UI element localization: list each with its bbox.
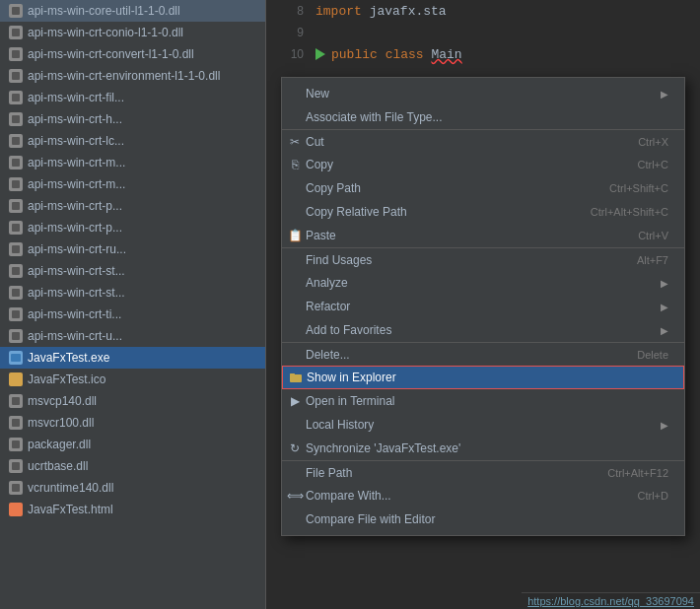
menu-item-open-in-terminal[interactable]: ▶Open in Terminal	[282, 389, 684, 413]
menu-shortcut: Ctrl+V	[638, 230, 668, 241]
file-item[interactable]: api-ms-win-crt-conio-l1-1-0.dll	[0, 22, 265, 43]
file-item[interactable]: api-ms-win-core-util-l1-1-0.dll	[0, 0, 265, 22]
file-item[interactable]: api-ms-win-crt-h...	[0, 108, 265, 130]
menu-item-new[interactable]: New▶	[282, 82, 684, 105]
file-item[interactable]: api-ms-win-crt-u...	[0, 325, 265, 347]
menu-item-compare-file-with-editor[interactable]: Compare File with Editor	[282, 508, 684, 531]
scissors-icon: ✂	[288, 135, 302, 149]
html-icon	[9, 503, 23, 516]
menu-item-label: Find Usages	[306, 253, 617, 267]
file-name: api-ms-win-crt-m...	[28, 156, 125, 169]
menu-shortcut: Ctrl+Alt+Shift+C	[591, 206, 668, 218]
dll-icon	[9, 47, 23, 61]
file-name: packager.dll	[28, 438, 91, 451]
file-item[interactable]: api-ms-win-crt-convert-l1-1-0.dll	[0, 43, 265, 65]
file-item[interactable]: packager.dll	[0, 434, 265, 455]
file-item[interactable]: ucrtbase.dll	[0, 455, 265, 477]
file-name: api-ms-win-crt-convert-l1-1-0.dll	[28, 47, 194, 61]
file-item[interactable]: msvcp140.dll	[0, 390, 265, 412]
file-item[interactable]: api-ms-win-crt-st...	[0, 260, 265, 282]
file-item[interactable]: msvcr100.dll	[0, 412, 265, 434]
menu-item-label: Compare File with Editor	[306, 512, 668, 526]
dll-icon	[9, 4, 23, 18]
submenu-arrow-icon: ▶	[661, 278, 668, 289]
file-name: api-ms-win-crt-environment-l1-1-0.dll	[28, 69, 220, 83]
menu-item-label: Cut	[306, 135, 618, 149]
file-item[interactable]: api-ms-win-crt-p...	[0, 195, 265, 217]
exe-icon	[9, 351, 23, 365]
file-item[interactable]: api-ms-win-crt-ti...	[0, 304, 265, 325]
menu-item-label: Copy Path	[306, 181, 590, 195]
file-name: api-ms-win-crt-m...	[28, 177, 125, 191]
editor-line-8: 8 import javafx.sta	[266, 0, 700, 22]
file-item[interactable]: api-ms-win-crt-p...	[0, 217, 265, 238]
menu-item-local-history[interactable]: Local History▶	[282, 413, 684, 437]
file-name: api-ms-win-crt-lc...	[28, 134, 124, 148]
menu-item-add-to-favorites[interactable]: Add to Favorites▶	[282, 318, 684, 342]
file-name: msvcr100.dll	[28, 416, 94, 430]
menu-item-copy[interactable]: ⎘CopyCtrl+C	[282, 153, 684, 176]
dll-icon	[9, 26, 23, 39]
dll-icon	[9, 307, 23, 321]
file-item[interactable]: JavaFxTest.ico	[0, 369, 265, 390]
file-item[interactable]: api-ms-win-crt-m...	[0, 152, 265, 173]
file-name: api-ms-win-crt-u...	[28, 329, 122, 343]
menu-item-copy-relative-path[interactable]: Copy Relative PathCtrl+Alt+Shift+C	[282, 200, 684, 224]
dll-icon	[9, 459, 23, 473]
file-name: api-ms-win-crt-ti...	[28, 307, 121, 321]
file-name: api-ms-win-crt-ru...	[28, 242, 126, 256]
file-name: api-ms-win-crt-fil...	[28, 91, 124, 104]
menu-item-find-usages[interactable]: Find UsagesAlt+F7	[282, 247, 684, 271]
menu-item-label: Open in Terminal	[306, 394, 668, 408]
ico-icon	[9, 372, 23, 386]
file-item[interactable]: api-ms-win-crt-ru...	[0, 238, 265, 260]
file-item[interactable]: api-ms-win-crt-lc...	[0, 130, 265, 152]
menu-item-label: Add to Favorites	[306, 323, 661, 337]
file-name: JavaFxTest.ico	[28, 372, 105, 386]
terminal-icon: ▶	[288, 394, 302, 408]
menu-item-refactor[interactable]: Refactor▶	[282, 295, 684, 318]
paste-icon: 📋	[288, 229, 302, 242]
menu-item-label: Compare With...	[306, 489, 618, 503]
url-bar: https://blog.csdn.net/qq_33697094	[522, 592, 700, 609]
menu-item-file-path[interactable]: File PathCtrl+Alt+F12	[282, 460, 684, 484]
file-name: api-ms-win-crt-p...	[28, 199, 122, 213]
file-name: msvcp140.dll	[28, 394, 97, 408]
file-name: api-ms-win-crt-st...	[28, 264, 125, 278]
dll-icon	[9, 264, 23, 278]
menu-shortcut: Ctrl+C	[638, 159, 668, 170]
file-name: api-ms-win-crt-st...	[28, 286, 125, 300]
dll-icon	[9, 69, 23, 83]
file-item[interactable]: JavaFxTest.exe	[0, 347, 265, 369]
file-item[interactable]: api-ms-win-crt-m...	[0, 173, 265, 195]
menu-item-copy-path[interactable]: Copy PathCtrl+Shift+C	[282, 176, 684, 200]
file-name: ucrtbase.dll	[28, 459, 88, 473]
menu-item-label: Local History	[306, 418, 661, 432]
menu-item-paste[interactable]: 📋PasteCtrl+V	[282, 224, 684, 247]
file-item[interactable]: api-ms-win-crt-environment-l1-1-0.dll	[0, 65, 265, 87]
menu-item-analyze[interactable]: Analyze▶	[282, 271, 684, 295]
file-item[interactable]: api-ms-win-crt-fil...	[0, 87, 265, 108]
menu-item-associate-with-file-type[interactable]: Associate with File Type...	[282, 105, 684, 129]
file-name: api-ms-win-crt-h...	[28, 112, 122, 126]
context-menu: New▶Associate with File Type...✂CutCtrl+…	[281, 77, 685, 536]
dll-icon	[9, 221, 23, 235]
menu-item-show-in-explorer[interactable]: Show in Explorer	[282, 366, 684, 389]
dll-icon	[9, 199, 23, 213]
file-name: JavaFxTest.html	[28, 503, 113, 516]
file-item[interactable]: JavaFxTest.html	[0, 499, 265, 520]
menu-item-cut[interactable]: ✂CutCtrl+X	[282, 129, 684, 153]
file-name: JavaFxTest.exe	[28, 351, 109, 365]
sync-icon: ↻	[288, 441, 302, 455]
menu-item-compare-with[interactable]: ⟺Compare With...Ctrl+D	[282, 484, 684, 508]
menu-item-label: Analyze	[306, 276, 661, 290]
file-name: api-ms-win-crt-conio-l1-1-0.dll	[28, 26, 183, 39]
run-arrow-icon[interactable]	[315, 48, 325, 60]
file-item[interactable]: api-ms-win-crt-st...	[0, 282, 265, 304]
dll-icon	[9, 156, 23, 169]
menu-shortcut: Ctrl+X	[638, 136, 668, 148]
menu-item-synchronize-javafxtestexe[interactable]: ↻Synchronize 'JavaFxTest.exe'	[282, 437, 684, 460]
menu-item-label: Copy	[306, 158, 618, 171]
menu-item-delete[interactable]: Delete...Delete	[282, 342, 684, 366]
file-item[interactable]: vcruntime140.dll	[0, 477, 265, 499]
